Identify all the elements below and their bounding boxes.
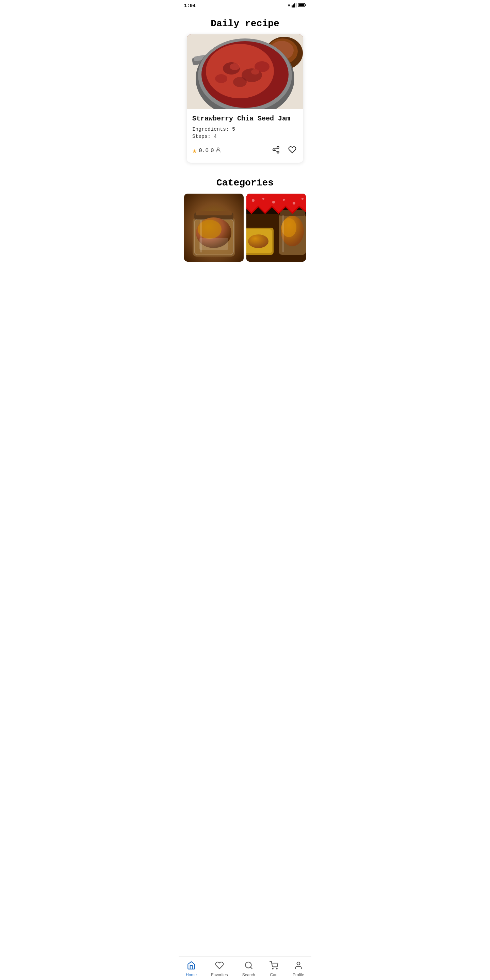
svg-rect-5 bbox=[305, 5, 306, 6]
daily-recipe-title: Daily recipe bbox=[179, 11, 311, 34]
star-icon: ★ bbox=[192, 146, 197, 156]
svg-point-19 bbox=[233, 77, 247, 87]
recipe-card[interactable]: Strawberry Chia Seed Jam Ingredients: 5 … bbox=[187, 34, 303, 163]
svg-point-23 bbox=[251, 69, 259, 75]
person-icon bbox=[215, 147, 221, 155]
svg-rect-0 bbox=[292, 5, 293, 8]
rating-count: 0 bbox=[211, 147, 221, 155]
categories-grid bbox=[179, 194, 311, 262]
status-time: 1:04 bbox=[184, 3, 196, 8]
svg-point-43 bbox=[248, 234, 269, 248]
svg-line-28 bbox=[275, 150, 277, 152]
recipe-steps: Steps: 4 bbox=[192, 134, 298, 140]
recipe-image bbox=[187, 34, 303, 109]
svg-rect-37 bbox=[199, 238, 228, 250]
svg-rect-6 bbox=[299, 4, 304, 6]
categories-title: Categories bbox=[179, 171, 311, 194]
svg-point-22 bbox=[230, 63, 240, 70]
svg-point-53 bbox=[283, 199, 285, 201]
category-card-2[interactable] bbox=[247, 194, 306, 262]
svg-line-29 bbox=[275, 148, 277, 150]
category-card-1[interactable] bbox=[184, 194, 243, 262]
svg-rect-2 bbox=[294, 3, 295, 8]
main-content: Daily recipe bbox=[179, 11, 311, 294]
svg-point-55 bbox=[301, 198, 304, 200]
svg-rect-1 bbox=[293, 5, 294, 8]
rating-value: 0.0 bbox=[199, 148, 208, 154]
svg-point-24 bbox=[217, 148, 219, 150]
svg-point-21 bbox=[215, 74, 227, 83]
svg-point-52 bbox=[272, 201, 275, 204]
recipe-details: Strawberry Chia Seed Jam Ingredients: 5 … bbox=[187, 109, 303, 163]
svg-point-50 bbox=[252, 199, 255, 202]
recipe-ingredients: Ingredients: 5 bbox=[192, 127, 298, 132]
pot-visual bbox=[187, 34, 303, 109]
action-icons bbox=[270, 144, 298, 157]
recipe-actions: ★ 0.0 0 bbox=[192, 144, 298, 157]
signal-icon bbox=[292, 3, 297, 9]
status-icons: ▼ bbox=[288, 3, 306, 9]
wifi-icon: ▼ bbox=[288, 3, 290, 8]
svg-point-54 bbox=[293, 202, 295, 205]
svg-rect-33 bbox=[196, 211, 232, 215]
recipe-rating: ★ 0.0 0 bbox=[192, 146, 221, 156]
app-container: 1:04 ▼ Daily recipe bbox=[179, 0, 311, 328]
categories-section: Categories bbox=[179, 171, 311, 267]
favorite-button[interactable] bbox=[287, 144, 298, 157]
status-bar: 1:04 ▼ bbox=[179, 0, 311, 11]
svg-point-51 bbox=[262, 198, 264, 200]
share-button[interactable] bbox=[270, 144, 282, 157]
battery-icon bbox=[298, 3, 306, 8]
svg-rect-3 bbox=[296, 3, 297, 8]
recipe-name: Strawberry Chia Seed Jam bbox=[192, 115, 298, 123]
